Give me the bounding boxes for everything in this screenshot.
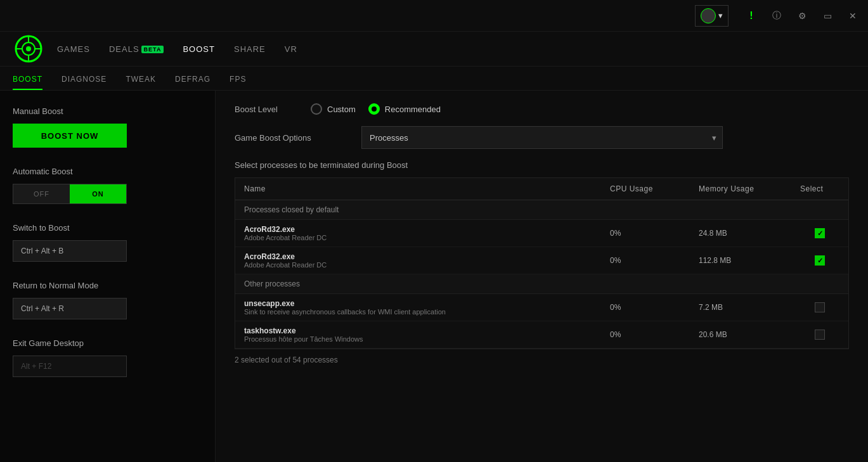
recommended-radio-circle: [368, 103, 380, 115]
subnav-defrag[interactable]: DEFRAG: [175, 75, 211, 90]
recommended-radio[interactable]: Recommended: [368, 103, 441, 115]
process-name: unsecapp.exe: [244, 299, 592, 308]
titlebar-icons: ▾ ! ⓘ ⚙ ▭ ✕: [695, 5, 862, 27]
custom-radio[interactable]: Custom: [311, 103, 356, 115]
cpu-cell: 0%: [601, 298, 690, 317]
process-name: AcroRd32.exe: [244, 225, 592, 234]
footer-info: 2 selected out of 54 processes: [235, 356, 849, 364]
manual-boost-section: Manual Boost BOOST NOW: [13, 106, 202, 148]
process-name-cell: taskhostw.exe Processus hôte pour Tâches…: [235, 321, 601, 348]
settings-icon[interactable]: ⚙: [793, 7, 811, 25]
automatic-boost-label: Automatic Boost: [13, 167, 202, 176]
main-content: Manual Boost BOOST NOW Automatic Boost O…: [0, 91, 868, 462]
processes-table: Name CPU Usage Memory Usage Select Proce…: [235, 177, 849, 349]
memory-cell: 24.8 MB: [690, 224, 791, 243]
cpu-cell: 0%: [601, 224, 690, 243]
switch-shortcut-box[interactable]: Ctrl + Alt + B: [13, 240, 127, 262]
return-shortcut-box[interactable]: Ctrl + Alt + R: [13, 298, 127, 319]
exit-shortcut-box[interactable]: Alt + F12: [13, 356, 127, 377]
memory-cell: 112.8 MB: [690, 251, 791, 270]
table-body: Processes closed by default AcroRd32.exe…: [235, 200, 848, 349]
nav-vr[interactable]: VR: [285, 42, 297, 56]
close-icon[interactable]: ✕: [844, 7, 862, 25]
custom-radio-label: Custom: [327, 105, 356, 114]
subnav-fps[interactable]: FPS: [230, 75, 246, 90]
titlebar: ▾ ! ⓘ ⚙ ▭ ✕: [0, 0, 868, 32]
return-normal-label: Return to Normal Mode: [13, 281, 202, 290]
process-desc: Adobe Acrobat Reader DC: [244, 234, 592, 241]
nav-games[interactable]: GAMES: [57, 42, 90, 56]
automatic-boost-toggle[interactable]: OFF ON: [13, 184, 127, 204]
select-cell: [791, 223, 848, 243]
recommended-radio-label: Recommended: [385, 105, 441, 114]
boost-level-radio-group: Custom Recommended: [311, 103, 441, 115]
process-desc: Adobe Acrobat Reader DC: [244, 261, 592, 269]
table-row: unsecapp.exe Sink to receive asynchronou…: [235, 294, 848, 321]
subnav-tweak[interactable]: TWEAK: [126, 75, 156, 90]
dropdown-wrapper: Processes Services Both: [361, 126, 723, 149]
switch-to-boost-label: Switch to Boost: [13, 223, 202, 233]
switch-to-boost-section: Switch to Boost Ctrl + Alt + B: [13, 223, 202, 262]
manual-boost-label: Manual Boost: [13, 106, 202, 116]
process-checkbox[interactable]: [815, 228, 825, 238]
process-name-cell: unsecapp.exe Sink to receive asynchronou…: [235, 294, 601, 321]
process-name-cell: AcroRd32.exe Adobe Acrobat Reader DC: [235, 247, 601, 274]
col-memory: Memory Usage: [690, 178, 791, 200]
process-name: AcroRd32.exe: [244, 252, 592, 261]
subnav-boost[interactable]: BOOST: [13, 75, 42, 90]
processes-info: Select processes to be terminated during…: [235, 160, 849, 170]
table-header: Name CPU Usage Memory Usage Select: [235, 178, 848, 200]
deals-badge: BETA: [141, 46, 164, 53]
select-cell: [791, 297, 848, 318]
process-checkbox[interactable]: [815, 255, 825, 266]
razer-logo: [15, 35, 42, 63]
toggle-on[interactable]: ON: [70, 184, 126, 203]
nav-boost[interactable]: BOOST: [183, 42, 215, 56]
process-desc: Processus hôte pour Tâches Windows: [244, 335, 592, 343]
return-normal-section: Return to Normal Mode Ctrl + Alt + R: [13, 281, 202, 319]
content-area: Boost Level Custom Recommended Game Boos…: [216, 91, 868, 462]
avatar: [701, 8, 716, 23]
process-name: taskhostw.exe: [244, 326, 592, 335]
subnav-diagnose[interactable]: DIAGNOSE: [62, 75, 107, 90]
toggle-off[interactable]: OFF: [13, 184, 70, 203]
section2-header: Other processes: [235, 274, 848, 294]
col-select: Select: [791, 178, 848, 200]
sidebar: Manual Boost BOOST NOW Automatic Boost O…: [0, 91, 216, 462]
alert-icon[interactable]: !: [742, 7, 760, 25]
select-cell: [791, 324, 848, 345]
process-checkbox[interactable]: [815, 302, 825, 312]
main-nav: GAMES DEALSBETA BOOST SHARE VR: [57, 42, 297, 56]
custom-radio-circle: [311, 103, 322, 115]
game-boost-dropdown[interactable]: Processes Services Both: [361, 126, 723, 149]
table-row: AcroRd32.exe Adobe Acrobat Reader DC 0% …: [235, 220, 848, 247]
select-cell: [791, 250, 848, 271]
process-desc: Sink to receive asynchronous callbacks f…: [244, 308, 592, 316]
subnav: BOOST DIAGNOSE TWEAK DEFRAG FPS: [0, 67, 868, 91]
section1-header: Processes closed by default: [235, 200, 848, 220]
info-icon[interactable]: ⓘ: [768, 7, 786, 25]
automatic-boost-section: Automatic Boost OFF ON: [13, 167, 202, 204]
exit-desktop-section: Exit Game Desktop Alt + F12: [13, 338, 202, 377]
svg-point-2: [26, 46, 31, 51]
boost-level-label: Boost Level: [235, 105, 298, 114]
memory-cell: 20.6 MB: [690, 325, 791, 344]
col-cpu: CPU Usage: [601, 178, 690, 200]
window-icon[interactable]: ▭: [819, 7, 836, 25]
nav-deals[interactable]: DEALSBETA: [109, 42, 164, 56]
nav-share[interactable]: SHARE: [234, 42, 266, 56]
game-boost-options-row: Game Boost Options Processes Services Bo…: [235, 126, 849, 149]
col-name: Name: [235, 178, 601, 200]
boost-level-row: Boost Level Custom Recommended: [235, 103, 849, 115]
boost-now-button[interactable]: BOOST NOW: [13, 124, 127, 148]
logo: [13, 33, 44, 65]
game-boost-options-label: Game Boost Options: [235, 133, 361, 143]
header: GAMES DEALSBETA BOOST SHARE VR: [0, 32, 868, 67]
cpu-cell: 0%: [601, 325, 690, 344]
table-row: AcroRd32.exe Adobe Acrobat Reader DC 0% …: [235, 247, 848, 274]
chevron-down-icon: ▾: [718, 11, 723, 20]
memory-cell: 7.2 MB: [690, 298, 791, 317]
process-checkbox[interactable]: [815, 330, 825, 340]
process-name-cell: AcroRd32.exe Adobe Acrobat Reader DC: [235, 220, 601, 247]
profile-button[interactable]: ▾: [695, 5, 729, 27]
